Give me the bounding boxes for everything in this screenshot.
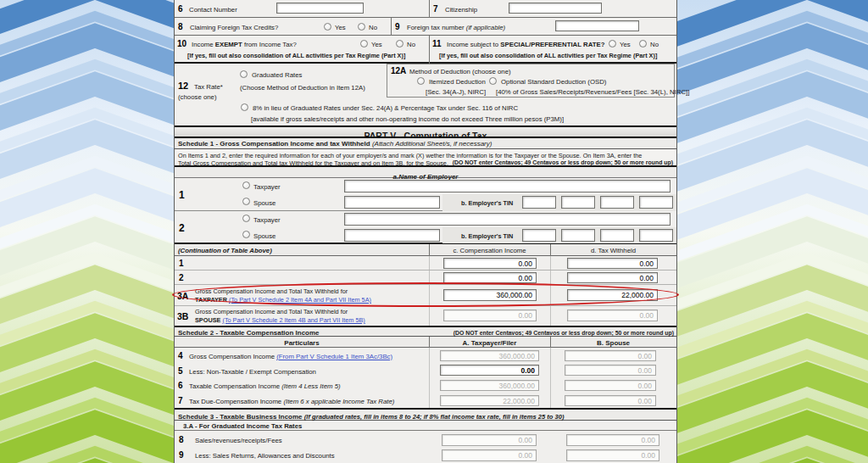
row3b-compensation-input[interactable]: 0.00 (443, 310, 537, 321)
row3b-tax-withheld-input[interactable]: 0.00 (567, 310, 658, 321)
row1-spouse-radio[interactable] (242, 198, 250, 205)
employer-row-1: 1 Taxpayer Spouse b. Employer's TIN (175, 178, 676, 211)
row1-tin-box-2[interactable] (561, 196, 595, 209)
row1-tin-box-3[interactable] (600, 196, 634, 209)
money-row1-number: 1 (179, 259, 184, 268)
row2-tin-box-1[interactable] (522, 229, 556, 242)
particulars-header: Particulars (175, 339, 429, 347)
item7b-taxpayer-input[interactable]: 22,000.00 (440, 395, 539, 406)
row1-tin-label: b. Employer's TIN (461, 199, 513, 207)
row3b-label-line1: Gross Compensation Income and Total Tax … (195, 308, 348, 315)
divider (429, 337, 430, 348)
divider (550, 337, 551, 348)
schedule2-row-4: 4 Gross Compensation Income (From Part V… (175, 348, 676, 363)
item4-crossreference-link[interactable]: (From Part V Schedule 1 Item 3Ac/3Bc) (276, 353, 392, 360)
row2-spouse-employer-input[interactable] (344, 229, 440, 242)
item12a-box: 12A Method of Deduction (choose one) Ite… (387, 64, 675, 98)
item4-label: Gross Compensation Income (From Part V S… (189, 353, 392, 360)
row2-tin-box-3[interactable] (600, 229, 634, 242)
item6b-spouse-input[interactable]: 0.00 (565, 380, 656, 391)
schedule2-row-7: 7 Tax Due-Compensation Income (Item 6 x … (175, 393, 676, 408)
row1-taxpayer-label: Taxpayer (253, 183, 281, 191)
item7-number: 7 (433, 4, 438, 14)
row2-tax-withheld-input[interactable]: 0.00 (567, 272, 658, 283)
money-row-3b: 3B Gross Compensation Income and Total T… (175, 306, 676, 326)
row1-tax-withheld-input[interactable]: 0.00 (567, 258, 658, 269)
row1-tin-box-1[interactable] (522, 196, 556, 209)
item8-no-radio[interactable] (358, 23, 365, 31)
schedule1-description: On Items 1 and 2, enter the required inf… (175, 149, 676, 167)
row-contact-citizenship: 6 Contact Number 7 Citizenship (175, 0, 676, 18)
schedule3-header: Schedule 3 - Taxable Business Income (If… (175, 408, 676, 421)
row1-taxpayer-employer-input[interactable] (344, 180, 670, 192)
money-row-1: 1 0.00 0.00 (175, 256, 676, 271)
item5-taxpayer-input[interactable]: 0.00 (440, 365, 539, 376)
row2-taxpayer-radio[interactable] (242, 215, 250, 222)
item9b-spouse-input[interactable]: 0.00 (566, 449, 659, 461)
row2-taxpayer-label: Taxpayer (253, 216, 281, 224)
schedule3a-subheader: 3.A - For Graduated Income Tax Rates (175, 421, 676, 431)
item12-label: Tax Rate* (194, 83, 223, 91)
item10-no-radio[interactable] (396, 40, 403, 47)
employer-row1-number: 1 (179, 189, 185, 201)
item11-yes-radio[interactable] (609, 40, 616, 47)
item4-number: 4 (178, 351, 183, 360)
highlight-oval-row3a (172, 282, 679, 307)
item4-taxpayer-input[interactable]: 360,000.00 (440, 350, 539, 361)
item8-yes-radio[interactable] (324, 23, 331, 31)
contact-number-input[interactable] (276, 3, 364, 14)
item8b-number: 8 (179, 435, 184, 444)
row2-compensation-input[interactable]: 0.00 (443, 272, 537, 283)
employer-column-header: a.Name of Employer (175, 167, 676, 178)
row2-spouse-label: Spouse (253, 232, 275, 240)
itemized-deduction-radio[interactable] (417, 77, 425, 85)
item12-sub-label: (choose one) (178, 93, 217, 101)
row2-taxpayer-employer-input[interactable] (344, 213, 670, 226)
itemized-deduction-note: [Sec. 34(A-J), NIRC] (426, 88, 486, 96)
item8b-label: Sales/revenues/receipts/Fees (195, 437, 282, 444)
citizenship-input[interactable] (509, 3, 602, 14)
row3b-crossreference-link[interactable]: (To Part V Schedule 2 Item 4B and Part V… (222, 316, 364, 324)
item6b-taxpayer-input[interactable]: 360,000.00 (440, 380, 539, 391)
item12a-label: Method of Deduction (choose one) (409, 68, 511, 75)
row2-tin-box-4[interactable] (639, 229, 673, 242)
row1-taxpayer-radio[interactable] (242, 181, 250, 189)
row2-spouse-radio[interactable] (242, 231, 250, 238)
row1-compensation-input[interactable]: 0.00 (443, 258, 537, 269)
flat-8pct-radio[interactable] (241, 103, 248, 111)
divider (429, 244, 430, 256)
item8b-spouse-input[interactable]: 0.00 (566, 434, 659, 446)
continuation-label: (Continuation of Table Above) (178, 247, 272, 254)
graduated-rates-radio[interactable] (240, 70, 248, 78)
item5-number: 5 (178, 366, 183, 376)
osd-radio[interactable] (489, 77, 497, 85)
item10-yes-label: Yes (371, 41, 382, 48)
employer-row2-number: 2 (179, 222, 185, 234)
item9b-number: 9 (179, 450, 184, 460)
item11-no-radio[interactable] (639, 40, 647, 47)
item11-yes-label: Yes (620, 41, 631, 48)
item5-spouse-input[interactable]: 0.00 (565, 365, 656, 376)
item10-no-label: No (407, 41, 415, 48)
osd-note: [40% of Gross Sales/Receipts/Revenues/Fe… (496, 88, 689, 96)
item4-spouse-input[interactable]: 0.00 (565, 350, 656, 361)
item9-number: 9 (395, 22, 400, 31)
row2-tin-box-2[interactable] (561, 229, 595, 242)
schedule2-rounding-note: (DO NOT enter Centavos; 49 Centavos or l… (453, 330, 674, 336)
item9b-taxpayer-input[interactable]: 0.00 (442, 449, 537, 461)
row2-tin-label: b. Employer's TIN (461, 232, 513, 240)
schedule1-title: Schedule 1 - Gross Compensation Income a… (178, 140, 492, 148)
item10-yes-radio[interactable] (360, 40, 368, 47)
screen: 6 Contact Number 7 Citizenship 8 Claimin… (0, 0, 868, 463)
item8b-taxpayer-input[interactable]: 0.00 (442, 434, 537, 446)
money-row2-number: 2 (179, 273, 184, 282)
item7b-spouse-input[interactable]: 0.00 (565, 395, 656, 406)
foreign-tax-number-input[interactable] (555, 20, 639, 31)
row1-tin-box-4[interactable] (639, 196, 673, 209)
item9-label: Foreign tax number (if applicable) (407, 24, 505, 31)
employer-row-2: 2 Taxpayer Spouse b. Employer's TIN (175, 211, 676, 244)
spouse-header: B. Spouse (550, 339, 676, 347)
row1-spouse-employer-input[interactable] (344, 196, 440, 209)
graduated-rates-label: Graduated Rates (252, 71, 302, 79)
schedule2-title: Schedule 2 - Taxable Compensation Income (178, 329, 320, 337)
